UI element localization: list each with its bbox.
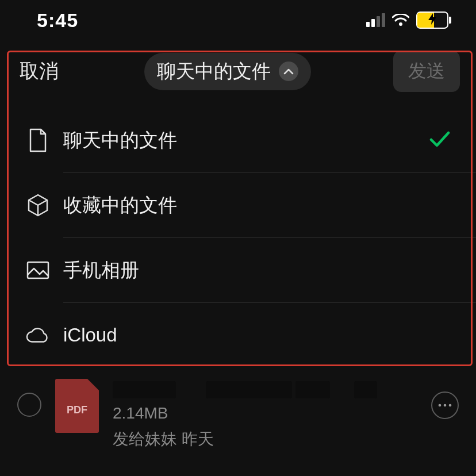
file-sent-to: 发给妹妹	[113, 430, 177, 448]
source-selector-label: 聊天中的文件	[157, 59, 271, 85]
dropdown-item-chat-files[interactable]: 聊天中的文件	[0, 108, 476, 172]
dropdown-item-favorites[interactable]: 收藏中的文件	[0, 173, 476, 237]
svg-point-3	[449, 404, 452, 407]
svg-rect-0	[28, 262, 48, 278]
file-title-redacted	[113, 381, 417, 398]
file-sent-when: 昨天	[182, 430, 214, 448]
file-icon	[25, 128, 51, 152]
dropdown-item-label: 手机相册	[63, 258, 139, 283]
chevron-up-icon	[279, 62, 298, 81]
source-selector[interactable]: 聊天中的文件	[144, 53, 311, 90]
file-row[interactable]: PDF 2.14MB 发给妹妹 昨天	[0, 367, 476, 450]
dropdown-item-album[interactable]: 手机相册	[0, 238, 476, 302]
svg-point-2	[444, 404, 447, 407]
dropdown-item-label: iCloud	[63, 324, 117, 346]
dropdown-item-icloud[interactable]: iCloud	[0, 303, 476, 367]
dropdown-item-label: 收藏中的文件	[63, 193, 177, 218]
nav-bar: 取消 聊天中的文件 发送	[0, 40, 476, 108]
wifi-icon	[392, 14, 409, 26]
dropdown-item-label: 聊天中的文件	[63, 128, 177, 153]
select-radio[interactable]	[17, 393, 41, 417]
more-button[interactable]	[431, 391, 459, 419]
svg-point-1	[439, 404, 442, 407]
photo-icon	[25, 260, 51, 280]
file-subtitle: 发给妹妹 昨天	[113, 428, 417, 450]
screen: 5:45 取消 聊天中的文件 发送	[0, 0, 476, 476]
file-meta: 2.14MB 发给妹妹 昨天	[113, 379, 417, 450]
checkmark-icon	[429, 130, 451, 150]
status-right	[366, 11, 448, 29]
status-time: 5:45	[37, 9, 78, 32]
cube-icon	[25, 193, 51, 217]
source-dropdown: 聊天中的文件 收藏中的文件 手机相册 iCloud	[0, 108, 476, 367]
file-size: 2.14MB	[113, 404, 417, 423]
cellular-signal-icon	[366, 13, 385, 27]
cancel-button[interactable]: 取消	[16, 57, 62, 85]
send-button[interactable]: 发送	[393, 51, 460, 92]
battery-icon	[416, 11, 448, 29]
file-thumbnail: PDF	[55, 379, 99, 433]
cloud-icon	[25, 326, 51, 344]
file-type-label: PDF	[67, 404, 87, 416]
status-bar: 5:45	[0, 0, 476, 40]
charging-bolt-icon	[428, 13, 436, 26]
